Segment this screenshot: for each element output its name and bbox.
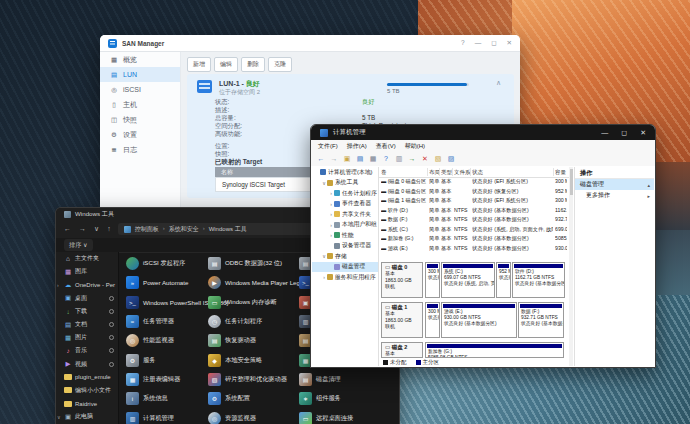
up-icon[interactable]: ↑ [107, 225, 111, 233]
san-maximize-button[interactable]: ◻ [491, 39, 496, 47]
actions-disk-management-item[interactable]: 磁盘管理 ▴ [575, 179, 654, 190]
sidebar-item-8[interactable]: ▶视频 [56, 358, 118, 371]
volume-row-6[interactable]: ▬ 新加卷 (G:)简单基本NTFS状态良好 (基本数据分区)5085.98 G… [379, 234, 569, 244]
disk-0-partition-1[interactable]: 系统 (C:)699.07 GB NTFS状态良好 (系统, 启动, 页 [441, 262, 495, 298]
tool-item-disk-cleanup[interactable]: ▤磁盘清理 [299, 373, 341, 386]
sidebar-item-4[interactable]: ↓下载 [56, 305, 118, 318]
sidebar-item-0[interactable]: ⌂主文件夹 [56, 252, 118, 265]
sidebar-item-3[interactable]: ▣桌面 [56, 292, 118, 305]
tool-item-task-manager[interactable]: ≈任务管理器 [126, 315, 174, 328]
volume-row-3[interactable]: ▬ 软件 (D:)简单基本NTFS状态良好 (基本数据分区)1162.71 GB [379, 206, 569, 216]
sidebar-item-12[interactable]: ∨▣此电脑 [56, 410, 118, 423]
column-header-3[interactable]: 文件系统 [454, 167, 471, 177]
san-sidebar-item-settings[interactable]: ⚙设置 [100, 127, 180, 142]
tool-item-system-configuration[interactable]: ⚙系统配置 [208, 392, 250, 405]
tool-item-system-information[interactable]: i系统信息 [126, 392, 168, 405]
cm-maximize-button[interactable]: ◻ [621, 129, 627, 137]
more-actions-item[interactable]: 更多操作 ▸ [575, 190, 654, 201]
disk-2-label[interactable]: ▭ 磁盘 2基本5085.98 GB联机 [381, 342, 423, 358]
disk-1-label[interactable]: ▭ 磁盘 1基本1863.00 GB联机 [381, 302, 423, 338]
tree-item-6[interactable]: ›性能 [312, 230, 378, 241]
tool-item-performance-monitor[interactable]: ◎性能监视器 [126, 334, 174, 347]
volume-row-5[interactable]: ▬ 系统 (C:)简单基本NTFS状态良好 (系统, 启动, 页面文件, 故障转… [379, 225, 569, 235]
tool-item-defragment-optimize-drives[interactable]: ▧碎片整理和优化驱动器 [208, 373, 287, 386]
tree-item-4[interactable]: ›共享文件夹 [312, 209, 378, 220]
tool-item-computer-management[interactable]: ▥计算机管理 [126, 412, 174, 424]
disk-1-partition-2[interactable]: 数据 (F:)932.71 GB NTFS状态良好 (基本数据分区) [518, 302, 564, 338]
tool-item-iscsi-initiator[interactable]: iSCSI 发起程序 [126, 257, 185, 270]
disk-0-partition-3[interactable]: 软件 (D:)1162.71 GB NTFS状态良好 (基本数据分区) [512, 262, 565, 298]
disk-0-label[interactable]: ▭ 磁盘 0基本1863.00 GB联机 [381, 262, 423, 298]
volume-row-7[interactable]: ▬ 游戏 (E:)简单基本NTFS状态良好 (基本数据分区)930.00 GB [379, 244, 569, 254]
properties-icon[interactable]: ▦ [368, 154, 378, 164]
cm-menu-文件(F)[interactable]: 文件(F) [318, 142, 338, 151]
breadcrumb-item[interactable]: 系统和安全 [169, 225, 199, 234]
sidebar-item-5[interactable]: ▤文档 [56, 318, 118, 331]
cm-center-scrollbar[interactable] [569, 167, 573, 366]
extend-icon[interactable]: ▧ [433, 154, 443, 164]
volume-row-4[interactable]: ▬ 数据 (F:)简单基本NTFS状态良好 (基本数据分区)932.71 GB [379, 215, 569, 225]
tool-item-wmp-legacy[interactable]: ▶Windows Media Player Legacy [208, 276, 310, 289]
console-tree-icon[interactable]: ▣ [342, 154, 352, 164]
cm-menu-查看(V)[interactable]: 查看(V) [376, 142, 396, 151]
volume-row-1[interactable]: ▬ (磁盘 0 磁盘分区 4)简单基本状态良好 (恢复分区)952 MB [379, 187, 569, 197]
tree-item-2[interactable]: ›任务计划程序 [312, 188, 378, 199]
tool-item-services[interactable]: ⚙服务 [126, 354, 155, 367]
sidebar-item-11[interactable]: Raidrive [56, 397, 118, 410]
tool-item-component-services[interactable]: ∗组件服务 [299, 392, 341, 405]
san-sidebar-item-iscsi[interactable]: ◎iSCSI [100, 82, 180, 97]
san-delete-button[interactable]: 删除 [241, 57, 265, 72]
san-sidebar-item-snapshot[interactable]: ◫快照 [100, 112, 180, 127]
tool-item-power-automate[interactable]: »Power Automate [126, 276, 188, 289]
tree-item-9[interactable]: 磁盘管理 [312, 262, 378, 273]
sidebar-item-6[interactable]: ▦图片 [56, 331, 118, 344]
tool-item-task-scheduler[interactable]: ◷任务计划程序 [208, 315, 262, 328]
sidebar-item-10[interactable]: 编辑小小文件 [56, 384, 118, 397]
export-list-icon[interactable]: ▤ [355, 154, 365, 164]
action-arrow-icon[interactable]: → [407, 154, 417, 164]
tree-item-3[interactable]: ›事件查看器 [312, 199, 378, 210]
sidebar-item-9[interactable]: plugin_emule [56, 371, 118, 384]
san-titlebar[interactable]: SAN Manager ?—◻✕ [100, 35, 520, 52]
collapse-chevron-icon[interactable]: ∧ [496, 79, 501, 87]
cm-titlebar[interactable]: 计算机管理 —◻✕ [311, 125, 655, 140]
san-create-button[interactable]: 新增 [187, 57, 211, 72]
sidebar-item-7[interactable]: ♪音乐 [56, 344, 118, 357]
panel-icon[interactable]: ▥ [394, 154, 404, 164]
delete-volume-icon[interactable]: ✕ [420, 154, 430, 164]
tool-item-remote-desktop[interactable]: ▭远程桌面连接 [299, 412, 353, 424]
column-header-0[interactable]: 卷 [381, 167, 427, 177]
san-clone-button[interactable]: 克隆 [268, 57, 292, 72]
tool-item-resource-monitor[interactable]: ◎资源监视器 [208, 412, 256, 424]
san-sidebar-item-host[interactable]: ▯主机 [100, 97, 180, 112]
tool-item-odbc-32[interactable]: ▤ODBC 数据源(32 位) [208, 257, 282, 270]
tree-item-7[interactable]: 设备管理器 [312, 241, 378, 252]
san-sidebar-item-overview[interactable]: ▦概览 [100, 52, 180, 67]
tree-item-5[interactable]: ›本地用户和组 [312, 220, 378, 231]
disk-2-partition-0[interactable]: 新加卷 (G:)5085.98 GB NTFS [425, 342, 564, 358]
tool-item-memory-diagnostic[interactable]: ▭Windows 内存诊断 [208, 296, 277, 309]
tool-item-registry-editor[interactable]: ▦注册表编辑器 [126, 373, 180, 386]
column-header-5[interactable]: 容量 [555, 167, 567, 177]
tree-item-10[interactable]: ›服务和应用程序 [312, 272, 378, 283]
sidebar-item-1[interactable]: ▦图库 [56, 265, 118, 278]
tree-item-8[interactable]: ∨存储 [312, 251, 378, 262]
san-close-button[interactable]: ✕ [507, 39, 512, 47]
breadcrumb-item[interactable]: 控制面板 [135, 225, 159, 234]
help-icon[interactable]: ? [381, 154, 391, 164]
tool-item-local-security-policy[interactable]: ◆本地安全策略 [208, 354, 262, 367]
cm-close-button[interactable]: ✕ [640, 129, 646, 137]
san-minimize-button[interactable]: — [475, 39, 482, 47]
column-header-4[interactable]: 状态 [472, 167, 553, 177]
disk-0-partition-2[interactable]: 952 MB状态良好 ( [496, 262, 511, 298]
history-icon[interactable]: ∨ [94, 225, 99, 233]
forward-icon[interactable]: → [329, 154, 339, 164]
volume-row-0[interactable]: ▬ (磁盘 0 磁盘分区 1)简单基本状态良好 (EFI 系统分区)300 MB [379, 177, 569, 187]
back-icon[interactable]: ← [64, 225, 71, 233]
disk-1-partition-0[interactable]: 300 MB状态良好 ( [425, 302, 440, 338]
volume-row-2[interactable]: ▬ (磁盘 1 磁盘分区 1)简单基本状态良好 (EFI 系统分区)300 MB [379, 196, 569, 206]
san-edit-button[interactable]: 编辑 [214, 57, 238, 72]
disk-0-partition-0[interactable]: 300 MB状态良好 ( [425, 262, 440, 298]
sort-button[interactable]: 排序 ∨ [64, 239, 93, 251]
column-header-2[interactable]: 类型 [441, 167, 452, 177]
